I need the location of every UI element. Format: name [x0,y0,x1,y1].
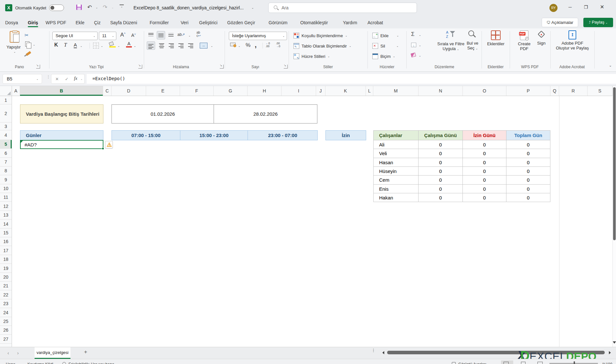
ribbon-tab-görünüm[interactable]: Görünüm [269,18,287,27]
column-header-R[interactable]: R [559,86,588,96]
ribbon-tab-dosya[interactable]: Dosya [5,18,18,27]
employee-value[interactable]: 0 [419,193,463,202]
employee-name[interactable]: Ali [373,140,419,149]
employee-value[interactable]: 0 [463,158,506,167]
format-painter-icon[interactable] [26,51,31,56]
employee-name[interactable]: Hakan [373,193,419,202]
row-header-11[interactable]: 11 [0,193,12,202]
copy-icon[interactable] [25,41,29,47]
employee-value[interactable]: 0 [506,185,550,193]
scroll-down-icon[interactable] [613,341,616,344]
name-box[interactable]: B5⌄ [3,74,42,84]
align-top-icon[interactable] [148,33,154,37]
row-header-21[interactable]: 21 [0,282,12,290]
font-color-icon[interactable]: A [126,41,132,48]
vertical-scrollbar-thumb[interactable] [613,87,616,240]
undo-dropdown-icon[interactable]: ⌄ [96,6,98,9]
column-header-H[interactable]: H [248,86,281,96]
underline-icon[interactable]: A [74,42,77,48]
column-header-Q[interactable]: Q [550,86,559,96]
hizalama-dialog-launcher[interactable] [220,65,224,69]
font-size-combo[interactable]: 11⌄ [99,32,116,40]
row-header-19[interactable]: 19 [0,264,12,273]
row-header-25[interactable]: 25 [0,317,12,326]
column-header-G[interactable]: G [214,86,248,96]
employee-name[interactable]: Cem [373,176,419,185]
cell-shift-2[interactable]: 15:00 - 23:00 [180,130,248,140]
row-header-7[interactable]: 7 [0,158,12,166]
hscroll-left-icon[interactable] [382,351,384,354]
save-icon[interactable] [76,5,82,10]
column-header-C[interactable]: C [103,86,112,96]
table-header-0[interactable]: Çalışanlar [373,130,419,140]
fill-color-dropdown-icon[interactable]: ⌄ [118,45,120,48]
table-header-2[interactable]: İzin Günü [463,130,506,140]
row-header-6[interactable]: 6 [0,149,12,158]
row-header-2[interactable]: 2 [0,104,12,123]
employee-value[interactable]: 0 [419,176,463,185]
decrease-decimal-icon[interactable]: .00→0 [276,42,280,48]
conditional-formatting-button[interactable]: Koşullu Biçimlendirme⌄ [293,32,347,39]
close-button[interactable]: ✕ [595,0,610,14]
column-header-E[interactable]: E [146,86,180,96]
view-break-icon[interactable] [537,362,543,364]
insert-function-icon[interactable]: fx [74,76,77,81]
sayi-dialog-launcher[interactable] [284,65,288,69]
hscroll-right-icon[interactable] [609,351,611,354]
borders-icon[interactable] [93,43,99,48]
ribbon-tab-acrobat[interactable]: Acrobat [367,18,383,27]
employee-name[interactable]: Hüseyin [373,167,419,176]
redo-dropdown-icon[interactable]: ⌄ [112,6,114,9]
row-header-17[interactable]: 17 [0,246,12,255]
undo-icon[interactable]: ↶ [87,4,92,11]
row-header-20[interactable]: 20 [0,273,12,282]
cell-title-box[interactable]: Vardiya Başlangıç Bitiş Tarihleri [20,104,103,123]
font-name-combo[interactable]: Segoe UI⌄ [52,32,98,40]
column-header-F[interactable]: F [180,86,214,96]
employee-value[interactable]: 0 [419,149,463,158]
status-view-settings[interactable]: Görüntü Ayarları [458,362,486,364]
table-header-3[interactable]: Toplam Gün [506,130,550,140]
shrink-font-icon[interactable]: A˅ [131,33,136,38]
align-middle-icon[interactable] [157,31,165,39]
document-title[interactable]: ExcelDepo 8_saatlik_donen_vardiya_cizelg… [133,5,244,10]
find-select-button[interactable]: Bul veSeç ⌄ [463,30,482,51]
row-header-23[interactable]: 23 [0,299,12,308]
merge-center-icon[interactable]: ↔ [200,43,207,48]
employee-value[interactable]: 0 [463,149,506,158]
orientation-dropdown-icon[interactable]: ⌄ [188,34,191,37]
minimize-button[interactable]: ─ [563,0,578,14]
format-as-table-button[interactable]: ✎ Tablo Olarak Biçimlendir⌄ [293,42,351,50]
formula-input[interactable]: =ExcelDepo() [87,74,616,84]
row-header-3[interactable]: 3 [0,123,12,130]
align-left-icon[interactable] [147,41,155,50]
increase-decimal-icon[interactable]: ←0.00 [266,42,270,48]
column-header-S[interactable]: S [588,86,612,96]
autosave-toggle[interactable] [49,5,64,11]
row-header-1[interactable]: 1 [0,96,12,104]
ribbon-tab-otomatikleştir[interactable]: Otomatikleştir [300,18,328,27]
new-sheet-button[interactable]: + [84,349,87,355]
employee-value[interactable]: 0 [463,176,506,185]
employee-value[interactable]: 0 [419,185,463,193]
employee-value[interactable]: 0 [419,167,463,176]
select-all-corner[interactable] [0,86,12,96]
row-header-14[interactable]: 14 [0,219,12,229]
row-header-5[interactable]: 5 [0,140,12,149]
employee-value[interactable]: 0 [463,185,506,193]
column-header-M[interactable]: M [373,86,419,96]
number-format-combo[interactable]: İsteğe Uyarlanmış⌄ [229,32,287,40]
align-bottom-icon[interactable] [168,33,174,37]
employee-name[interactable]: Hasan [373,158,419,167]
fill-handle[interactable] [102,147,104,150]
view-settings-icon[interactable] [452,362,456,364]
copy-dropdown-icon[interactable]: ⌄ [33,43,35,46]
row-header-26[interactable]: 26 [0,326,12,335]
employee-value[interactable]: 0 [419,140,463,149]
error-options-button[interactable]: ! [105,141,113,148]
title-dropdown-icon[interactable]: ⌄ [251,6,254,9]
search-box[interactable]: Ara [268,3,417,13]
employee-value[interactable]: 0 [506,158,550,167]
ribbon-tab-ekle[interactable]: Ekle [76,18,84,27]
ribbon-tab-veri[interactable]: Veri [181,18,188,27]
